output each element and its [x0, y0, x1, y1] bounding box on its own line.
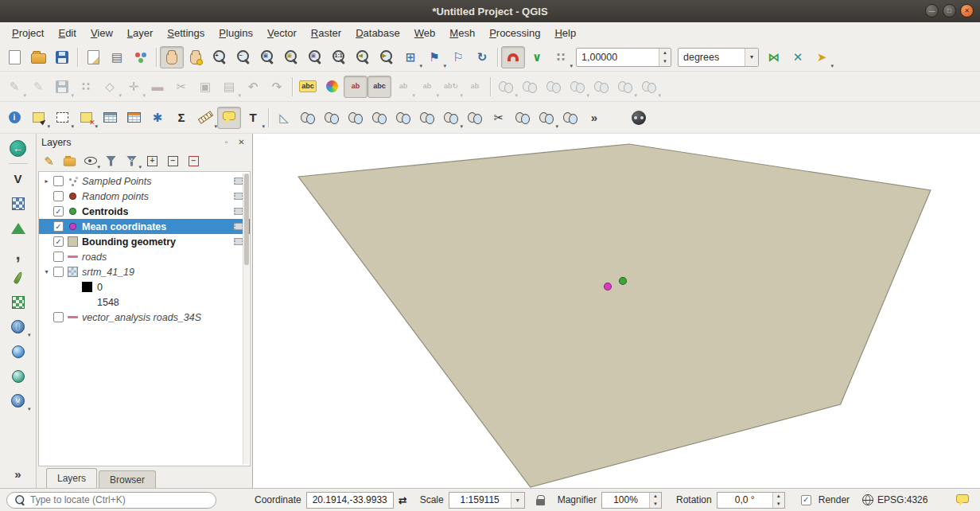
add-wms-layer-button[interactable]: ▾: [6, 316, 31, 337]
expand-all-button[interactable]: +: [142, 152, 162, 170]
close-panel-icon[interactable]: ✕: [235, 136, 247, 148]
measure-button[interactable]: ▾: [193, 107, 217, 129]
menu-project[interactable]: Project: [5, 25, 51, 41]
maximize-window-button[interactable]: □: [943, 4, 956, 18]
add-wfs-layer-button[interactable]: V▾: [6, 390, 31, 412]
layer-visibility-checkbox[interactable]: ✓: [53, 236, 64, 247]
snap-tolerance-down-icon[interactable]: ▼: [659, 57, 671, 66]
zoom-to-selection-button[interactable]: ▣: [279, 46, 303, 68]
rotation-up-icon[interactable]: ▲: [773, 493, 784, 501]
snapping-options-button[interactable]: ∷▾: [549, 46, 573, 68]
new-print-layout-button[interactable]: [81, 46, 105, 68]
open-project-button[interactable]: [26, 46, 50, 68]
snap-tolerance-spin[interactable]: 1,00000▲▼: [576, 48, 671, 67]
lock-scale-icon[interactable]: [536, 499, 545, 505]
messages-icon[interactable]: [956, 494, 969, 503]
locator-search[interactable]: [6, 492, 216, 509]
filter-legend-by-expression-button[interactable]: ε▾: [122, 152, 142, 170]
reshape-features-button[interactable]: [558, 107, 582, 129]
new-project-button[interactable]: [2, 46, 26, 68]
offset-curve-button[interactable]: ▾: [535, 107, 558, 129]
pan-map-button[interactable]: [160, 46, 184, 68]
map-canvas[interactable]: [253, 134, 980, 488]
add-wcs-layer-button[interactable]: [6, 341, 31, 362]
layer-row[interactable]: vector_analysis roads_34S: [39, 310, 250, 325]
zoom-in-button[interactable]: +: [208, 46, 231, 68]
zoom-native-resolution-button[interactable]: 1:1: [327, 46, 351, 68]
layer-row[interactable]: ✓Centroids: [39, 204, 250, 219]
set-square-button[interactable]: ◺: [272, 107, 296, 129]
layer-visibility-checkbox[interactable]: ✓: [53, 206, 64, 216]
menu-database[interactable]: Database: [348, 25, 407, 41]
difference-button[interactable]: [368, 107, 391, 129]
expander-icon[interactable]: ▾: [41, 268, 52, 275]
layer-row[interactable]: ✓Bounding geometry: [39, 234, 250, 249]
identify-features-button[interactable]: i: [2, 107, 26, 129]
statistical-summary-button[interactable]: Σ: [169, 107, 193, 129]
layer-visibility-checkbox[interactable]: ✓: [53, 221, 64, 232]
merge-features-button[interactable]: [511, 107, 535, 129]
zoom-out-button[interactable]: −: [231, 46, 255, 68]
layer-labeling-button[interactable]: abc: [296, 76, 320, 98]
snap-tolerance-up-icon[interactable]: ▲: [659, 49, 671, 57]
layer-diagram-button[interactable]: [320, 76, 344, 98]
deselect-features-button[interactable]: ▾: [74, 107, 98, 129]
avoid-intersections-button[interactable]: ✕: [786, 46, 810, 68]
save-project-button[interactable]: [50, 46, 74, 68]
dissolve-button[interactable]: [463, 107, 487, 129]
snap-units-combo[interactable]: degrees▾: [678, 48, 759, 67]
left-toolbar-overflow-button[interactable]: »: [6, 463, 31, 485]
search-binoculars-button[interactable]: [627, 107, 651, 129]
buffer-button[interactable]: [296, 107, 320, 129]
layers-scrollbar[interactable]: [243, 174, 249, 464]
magnifier-down-icon[interactable]: ▼: [650, 500, 661, 508]
add-postgis-layer-button[interactable]: [6, 291, 31, 313]
layer-row[interactable]: ✓Mean coordinates: [39, 219, 250, 234]
multi-ring-buffer-button[interactable]: [320, 107, 344, 129]
show-bookmarks-button[interactable]: ⚐: [446, 46, 470, 68]
manage-map-themes-dropdown-icon[interactable]: ▾: [97, 164, 100, 170]
snap-units-dropdown-icon[interactable]: ▾: [745, 49, 758, 66]
menu-processing[interactable]: Processing: [482, 25, 547, 41]
text-annotation-dropdown-icon[interactable]: ▾: [262, 123, 265, 129]
text-annotation-button[interactable]: T▾: [241, 107, 265, 129]
layer-row[interactable]: ▸Sampled Points: [39, 174, 250, 189]
layer-visibility-checkbox[interactable]: [53, 191, 64, 201]
intersection-button[interactable]: [391, 107, 415, 129]
show-layout-manager-button[interactable]: ▤: [105, 46, 129, 68]
zoom-full-extent-button[interactable]: ▣: [255, 46, 279, 68]
menu-settings[interactable]: Settings: [160, 25, 212, 41]
zoom-last-button[interactable]: ◀: [351, 46, 375, 68]
pin-labels-button[interactable]: ab: [344, 76, 368, 98]
layer-row[interactable]: roads: [39, 249, 250, 264]
minimize-window-button[interactable]: —: [925, 4, 939, 18]
filter-legend-by-expression-dropdown-icon[interactable]: ▾: [138, 164, 142, 170]
add-vector-layer-button[interactable]: V: [6, 168, 31, 189]
scale-input[interactable]: [449, 494, 511, 505]
layers-scrollbar-handle[interactable]: [244, 174, 249, 265]
collapse-all-button[interactable]: −: [163, 152, 183, 170]
union-button[interactable]: [415, 107, 439, 129]
menu-view[interactable]: View: [84, 25, 120, 41]
field-calculator-button[interactable]: ✱: [146, 107, 169, 129]
manage-map-themes-button[interactable]: ▾: [80, 152, 100, 170]
locator-input[interactable]: [30, 494, 212, 505]
open-layer-styling-button[interactable]: ✎: [39, 152, 59, 170]
symmetric-difference-button[interactable]: ▾: [439, 107, 463, 129]
rotation-down-icon[interactable]: ▼: [773, 500, 784, 508]
layer-visibility-checkbox[interactable]: [53, 176, 64, 186]
close-window-button[interactable]: ✕: [960, 4, 974, 18]
filter-legend-button[interactable]: [101, 152, 121, 170]
remove-layer-button[interactable]: −: [184, 152, 204, 170]
zoom-next-button[interactable]: ▶: [375, 46, 399, 68]
new-map-view-button[interactable]: ⊞▾: [399, 46, 422, 68]
snapping-on-intersection-dropdown-icon[interactable]: ▾: [830, 63, 834, 68]
split-features-button[interactable]: ✂: [487, 107, 511, 129]
menu-vector[interactable]: Vector: [260, 25, 304, 41]
zoom-to-layer-button[interactable]: ▣: [303, 46, 327, 68]
snapping-on-intersection-button[interactable]: ➤▾: [810, 46, 834, 68]
scale-dropdown-icon[interactable]: ▾: [511, 493, 524, 508]
layer-visibility-checkbox[interactable]: [53, 312, 64, 322]
coordinate-input[interactable]: [306, 492, 394, 509]
menu-edit[interactable]: Edit: [51, 25, 83, 41]
